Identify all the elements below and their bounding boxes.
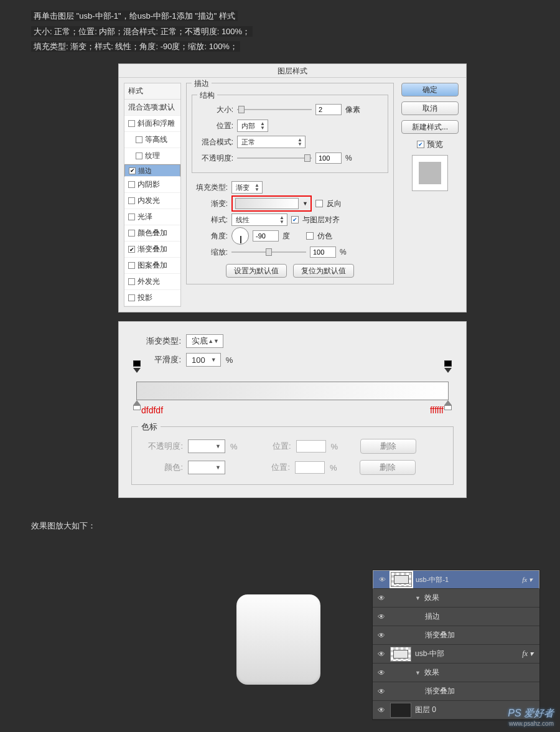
visibility-eye-icon[interactable]: 👁 (376, 669, 386, 677)
layer-name: usb-中部-1 (416, 575, 449, 584)
size-input[interactable] (315, 104, 342, 115)
style-item[interactable]: 外发光 (124, 274, 180, 290)
preview-checkbox[interactable]: ✔ (417, 141, 424, 148)
reverse-checkbox[interactable] (315, 200, 323, 207)
intro-text: 再单击图层 "usb-中部-1"，给usb-中部-1添加 "描边" 样式 大小:… (0, 0, 560, 59)
size-slider[interactable] (237, 106, 312, 113)
style-checkbox[interactable]: ✔ (128, 246, 135, 253)
style-item-label: 光泽 (138, 212, 152, 222)
style-item-label: 外发光 (138, 276, 160, 287)
layer-thumbnail[interactable] (390, 647, 411, 662)
dither-checkbox[interactable] (306, 232, 314, 240)
gradient-bar[interactable] (136, 382, 449, 400)
stop-color-pos[interactable] (295, 461, 325, 474)
delete-color-stop[interactable]: 删除 (360, 460, 416, 475)
style-checkbox[interactable] (128, 214, 135, 220)
style-item-label: 渐变叠加 (138, 244, 167, 255)
style-item[interactable]: ✔渐变叠加 (124, 242, 180, 258)
style-checkbox[interactable] (128, 278, 135, 285)
layer-row[interactable]: 👁usb-中部fx ▾ (373, 645, 539, 664)
dialog-title: 图层样式 (119, 64, 466, 78)
cancel-button[interactable]: 取消 (401, 101, 459, 115)
style-item[interactable]: 纹理 (124, 148, 180, 164)
scale-slider[interactable] (231, 248, 306, 256)
blend-mode-select[interactable]: 正常▲▼ (237, 136, 306, 148)
smoothness-select[interactable]: 100▼ (186, 353, 221, 367)
fx-badge[interactable]: fx ▾ (522, 576, 535, 584)
layer-row[interactable]: 👁usb-中部-1fx ▾ (373, 570, 539, 589)
opacity-slider[interactable] (237, 154, 312, 162)
stop-color-input[interactable]: ▼ (188, 461, 225, 474)
set-default-button[interactable]: 设置为默认值 (226, 264, 287, 278)
style-checkbox[interactable] (128, 230, 135, 237)
grad-style-select[interactable]: 线性▲▼ (231, 214, 287, 226)
layer-name: 渐变叠加 (425, 630, 455, 640)
layer-thumbnail[interactable] (391, 572, 412, 587)
style-item-label: 等高线 (145, 134, 167, 145)
layer-row[interactable]: 👁描边 (373, 608, 539, 626)
style-item-label: 投影 (138, 293, 152, 303)
blend-options[interactable]: 混合选项:默认 (124, 100, 180, 116)
stop-opacity-input[interactable]: ▼ (188, 439, 225, 453)
visibility-eye-icon[interactable]: 👁 (376, 687, 386, 696)
style-item[interactable]: 内发光 (124, 193, 180, 209)
style-item-label: 内阴影 (138, 179, 160, 190)
style-item[interactable]: ✔描边 (124, 164, 180, 177)
style-item[interactable]: 颜色叠加 (124, 225, 180, 242)
opacity-stop-right[interactable] (444, 372, 452, 382)
gradient-swatch[interactable] (235, 198, 299, 209)
layer-name: 图层 0 (415, 705, 436, 715)
angle-knob[interactable] (231, 227, 249, 245)
toggle-icon[interactable]: ▼ (415, 595, 421, 601)
toggle-icon[interactable]: ▼ (415, 670, 421, 676)
layer-row[interactable]: 👁渐变叠加 (373, 682, 539, 701)
style-checkbox[interactable] (128, 181, 135, 188)
stop-opacity-pos[interactable] (296, 440, 326, 453)
style-item[interactable]: 等高线 (124, 132, 180, 148)
opacity-stop-left[interactable] (133, 372, 141, 382)
layer-name: 效果 (424, 667, 439, 678)
layer-row[interactable]: 👁渐变叠加 (373, 626, 539, 645)
delete-opacity-stop[interactable]: 删除 (360, 439, 416, 454)
layer-thumbnail[interactable] (390, 703, 411, 718)
style-checkbox[interactable] (128, 120, 135, 127)
style-checkbox[interactable] (128, 197, 135, 204)
ok-button[interactable]: 确定 (401, 83, 459, 96)
reset-default-button[interactable]: 复位为默认值 (293, 264, 354, 278)
style-item[interactable]: 内阴影 (124, 177, 180, 193)
layer-row[interactable]: 👁▼效果 (373, 589, 539, 608)
angle-input[interactable] (253, 230, 279, 242)
color-stop-right[interactable] (444, 400, 452, 410)
gradient-type-select[interactable]: 实底▲▼ (186, 334, 223, 348)
visibility-eye-icon[interactable]: 👁 (377, 576, 387, 583)
layer-name: 描边 (425, 611, 440, 622)
fill-type-select[interactable]: 渐变▲▼ (231, 181, 263, 194)
style-list-header[interactable]: 样式 (124, 83, 180, 100)
style-checkbox[interactable] (136, 136, 142, 143)
layer-name: 渐变叠加 (425, 686, 455, 697)
style-item[interactable]: 图案叠加 (124, 258, 180, 274)
color-stop-left[interactable] (133, 400, 141, 410)
style-checkbox[interactable]: ✔ (129, 167, 136, 174)
style-checkbox[interactable] (128, 262, 135, 269)
opacity-input[interactable] (315, 152, 342, 164)
visibility-eye-icon[interactable]: 👁 (376, 612, 386, 621)
layer-row[interactable]: 👁▼效果 (373, 664, 539, 682)
scale-input[interactable] (310, 246, 336, 258)
visibility-eye-icon[interactable]: 👁 (376, 650, 386, 659)
style-item[interactable]: 投影 (124, 290, 180, 306)
visibility-eye-icon[interactable]: 👁 (376, 706, 386, 715)
gradient-highlight: ▼ (231, 195, 312, 212)
visibility-eye-icon[interactable]: 👁 (376, 594, 386, 603)
style-item[interactable]: 斜面和浮雕 (124, 116, 180, 132)
style-item-label: 描边 (138, 166, 152, 176)
position-select[interactable]: 内部▲▼ (237, 120, 268, 132)
visibility-eye-icon[interactable]: 👁 (376, 631, 386, 640)
style-checkbox[interactable] (136, 152, 142, 159)
fx-badge[interactable]: fx ▾ (522, 649, 536, 659)
new-style-button[interactable]: 新建样式... (401, 120, 459, 134)
style-item-label: 内发光 (138, 195, 160, 206)
style-item[interactable]: 光泽 (124, 209, 180, 225)
style-checkbox[interactable] (128, 294, 135, 301)
align-checkbox[interactable]: ✔ (291, 216, 299, 223)
